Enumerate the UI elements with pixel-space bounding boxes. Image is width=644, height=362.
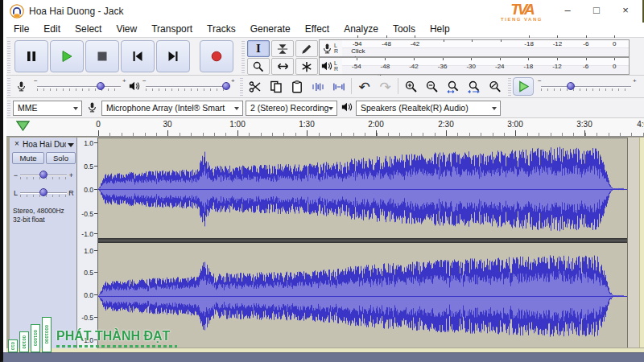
zoom-out-button[interactable] (422, 77, 442, 96)
menu-item-tools[interactable]: Tools (386, 23, 423, 37)
maximize-button[interactable]: □ (583, 0, 610, 23)
play-at-speed-button[interactable] (513, 77, 534, 96)
paste-button[interactable] (287, 77, 307, 96)
stop-icon (96, 50, 109, 63)
scale-label: 1.0 (84, 139, 93, 147)
toolbar-row-2: − + − + ↶ (6, 76, 644, 98)
skip-to-end-button[interactable] (156, 40, 190, 72)
menu-item-effect[interactable]: Effect (298, 23, 336, 37)
audio-host-dropdown[interactable]: MME (13, 101, 82, 116)
zoom-tool-button[interactable] (247, 58, 270, 75)
play-speed-thumb[interactable] (567, 82, 575, 90)
menu-item-transport[interactable]: Transport (144, 23, 200, 37)
playback-volume-slider[interactable] (146, 81, 229, 93)
silence-audio-button[interactable] (328, 77, 349, 96)
menu-item-analyze[interactable]: Analyze (336, 23, 386, 37)
horizontal-scrollbar[interactable] (3, 352, 644, 362)
play-button[interactable] (50, 40, 84, 72)
copy-button[interactable] (266, 77, 286, 96)
zoom-in-button[interactable] (401, 77, 421, 96)
track-close-button[interactable]: × (12, 139, 22, 148)
scissors-icon (249, 80, 262, 93)
meter-channel-labels: L R (334, 58, 342, 74)
time-shift-tool-button[interactable] (271, 58, 294, 75)
close-button[interactable]: × (612, 0, 639, 23)
tick-label: -48 (372, 40, 400, 47)
undo-button[interactable]: ↶ (354, 77, 374, 96)
play-icon (60, 50, 73, 63)
bar-digits: 00100 (22, 335, 27, 349)
menu-item-edit[interactable]: Edit (36, 23, 68, 37)
multi-tool-button[interactable] (295, 58, 318, 75)
play-speed-slider[interactable] (541, 81, 631, 93)
fit-selection-button[interactable] (443, 77, 463, 96)
track-gain-thumb[interactable] (39, 171, 47, 179)
device-toolbar: MME Microphone Array (Intel® Smart 2 (St… (6, 98, 644, 118)
fit-selection-icon (447, 80, 460, 93)
menu-item-file[interactable]: File (6, 23, 36, 37)
timeline-ruler[interactable]: 0 30 1:00 1:30 2:00 2:30 3:00 3:30 4:00 (6, 118, 644, 137)
track-name[interactable]: Hoa Hai Duo (23, 140, 66, 149)
record-button[interactable] (200, 40, 233, 72)
record-icon (210, 50, 223, 63)
zoom-toggle-button[interactable] (485, 77, 505, 96)
toolbar-grip[interactable] (240, 77, 243, 96)
draw-tool-button[interactable] (295, 40, 318, 57)
play-pin-icon[interactable] (16, 121, 30, 131)
recording-channels-dropdown[interactable]: 2 (Stereo) Recording (246, 101, 337, 116)
toolbar-grip[interactable] (508, 77, 511, 96)
redo-button[interactable]: ↷ (375, 77, 395, 96)
solo-button[interactable]: Solo (46, 152, 76, 164)
menu-item-select[interactable]: Select (68, 23, 109, 37)
trim-audio-button[interactable] (308, 77, 328, 96)
toolbar-grip[interactable] (7, 39, 10, 73)
menu-item-help[interactable]: Help (423, 23, 457, 37)
time-label: 2:30 (438, 120, 453, 129)
toolbar-grip[interactable] (7, 77, 10, 96)
minimize-button[interactable]: – (554, 0, 581, 23)
silence-icon (332, 80, 345, 93)
mute-button[interactable]: Mute (12, 152, 44, 164)
recording-device-dropdown[interactable]: Microphone Array (Intel® Smart (101, 101, 243, 116)
menu-item-generate[interactable]: Generate (243, 23, 298, 37)
watermark-underline (56, 345, 177, 348)
chevron-down-icon (234, 107, 239, 110)
cut-button[interactable] (245, 77, 265, 96)
playback-meter[interactable]: L R -54 -48 -42 -36 -30 -24 -18 -12 -6 0 (319, 57, 630, 75)
track-pan-slider[interactable] (20, 187, 67, 199)
track-pan-thumb[interactable] (39, 188, 47, 196)
play-at-speed-icon (518, 80, 530, 93)
skip-to-start-button[interactable] (121, 40, 155, 72)
toolbar-grip[interactable] (7, 100, 10, 116)
watermark-text: PHÁT THÀNH ĐẠT (56, 329, 177, 343)
gain-minus-label: − (13, 171, 19, 179)
playback-device-dropdown[interactable]: Speakers (Realtek(R) Audio) (356, 101, 501, 116)
recording-volume-slider[interactable] (37, 81, 121, 93)
menu-item-tracks[interactable]: Tracks (200, 23, 243, 37)
asterisk-icon (301, 61, 312, 72)
vertical-scrollbar[interactable] (639, 138, 644, 348)
recording-meter[interactable]: L R -54 -48 -42 -18 -12 -6 0 Click to St… (319, 39, 630, 57)
microphone-icon (320, 40, 334, 56)
pause-button[interactable] (14, 40, 48, 72)
channel-divider (98, 238, 627, 243)
tick-label: -24 (485, 63, 514, 70)
stop-button[interactable] (85, 40, 119, 72)
toolbar-grip[interactable] (242, 39, 245, 73)
watermark-bar: 00100 (19, 331, 29, 352)
watermark-bar: 010 (8, 339, 18, 352)
track-pan-row: L R (13, 187, 74, 199)
recording-volume-thumb[interactable] (97, 82, 105, 90)
fit-project-button[interactable] (464, 77, 484, 96)
track-gain-slider[interactable] (20, 170, 67, 181)
paste-icon (291, 80, 303, 93)
tick-label: -12 (543, 63, 572, 70)
stereo-waveform[interactable] (98, 138, 627, 348)
tva-subtitle: TIENG VANG (496, 17, 547, 22)
track-menu-chevron-icon[interactable] (68, 143, 74, 147)
menu-item-view[interactable]: View (109, 23, 144, 37)
envelope-tool-button[interactable] (271, 40, 294, 57)
envelope-icon (277, 43, 288, 55)
playback-volume-thumb[interactable] (222, 82, 230, 90)
selection-tool-button[interactable]: I (247, 40, 270, 57)
